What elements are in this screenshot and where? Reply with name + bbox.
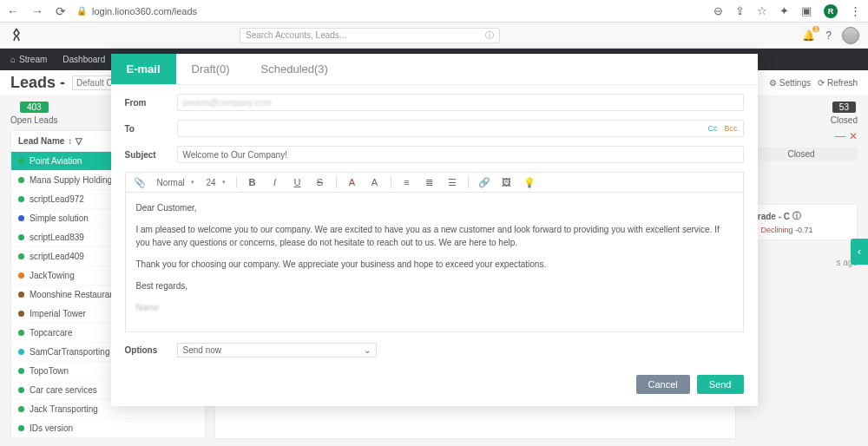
tab-scheduled[interactable]: Scheduled(3) [246,54,344,84]
list-ol-icon[interactable]: ≡ [400,177,414,187]
tab-email[interactable]: E-mail [111,54,176,84]
bcc-link[interactable]: Bcc [724,124,737,133]
modal-footer: Cancel Send [111,366,758,406]
send-button[interactable]: Send [697,375,744,394]
email-compose-modal: E-mail Draft(0) Scheduled(3) From person… [111,54,758,406]
from-label: From [125,98,177,108]
highlight-icon[interactable]: A [368,177,382,187]
cc-link[interactable]: Cc [707,124,717,133]
text-color-icon[interactable]: A [345,177,359,187]
options-label: Options [125,345,177,355]
list-ul-icon[interactable]: ≣ [423,177,437,188]
italic-icon[interactable]: I [268,177,282,187]
lightbulb-icon[interactable]: 💡 [523,177,536,188]
cancel-button[interactable]: Cancel [636,375,690,394]
chevron-down-icon: ⌄ [364,345,371,355]
tab-draft[interactable]: Draft(0) [176,54,246,84]
link-icon[interactable]: 🔗 [477,177,491,188]
font-size-select[interactable]: 24 [205,178,227,187]
to-field[interactable]: Cc Bcc [177,120,744,137]
align-icon[interactable]: ☰ [445,177,459,188]
modal-tabs: E-mail Draft(0) Scheduled(3) [111,54,758,85]
editor-toolbar: 📎 Normal 24 B I U S A A ≡ ≣ ☰ 🔗 🖼 💡 [125,172,744,192]
subject-field[interactable]: Welcome to Our Company! [177,146,744,163]
editor-body[interactable]: Dear Customer, I am pleased to welcome y… [125,192,744,332]
body-greeting: Dear Customer, [136,201,733,214]
bold-icon[interactable]: B [246,177,260,187]
image-icon[interactable]: 🖼 [500,177,514,187]
from-field[interactable]: person@company.com [177,94,744,111]
underline-icon[interactable]: U [291,177,305,187]
body-paragraph-2: Thank you for choosing our company. We a… [136,258,733,271]
strike-icon[interactable]: S [313,177,327,187]
to-label: To [125,124,177,134]
body-closing: Best regards, [136,279,733,292]
body-paragraph-1: I am pleased to welcome you to our compa… [136,223,733,249]
body-signature: Name [136,301,733,314]
subject-label: Subject [125,150,177,160]
modal-backdrop: E-mail Draft(0) Scheduled(3) From person… [0,0,868,439]
font-style-select[interactable]: Normal [155,178,196,187]
attachment-icon[interactable]: 📎 [133,177,147,188]
options-select[interactable]: Send now ⌄ [177,343,377,357]
